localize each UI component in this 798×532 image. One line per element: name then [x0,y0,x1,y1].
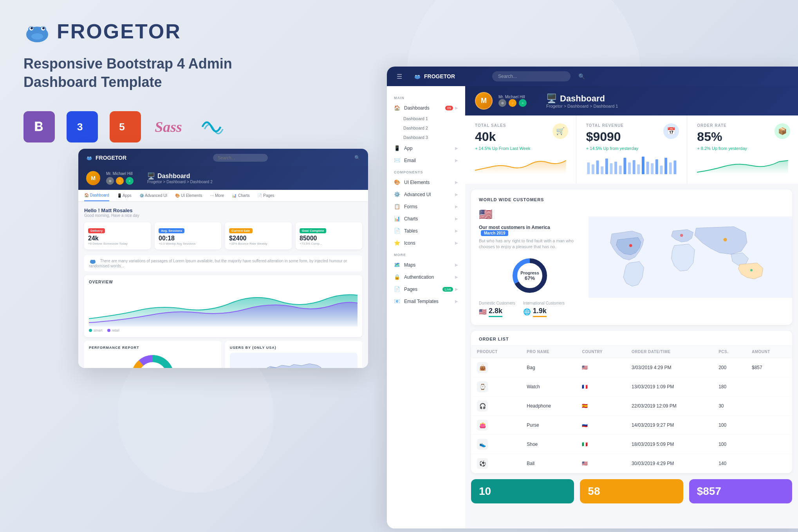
sidebar-section-components: COMPONENTS [387,166,465,176]
css-icon: 3 [67,111,98,142]
order-amount [746,454,792,473]
small-stat-goal: Goal Complete 85000 +73.5% Comp... [296,222,362,249]
col-product: Product [471,346,521,358]
world-badge: March 2019 [481,230,508,236]
order-date: 18/03/2019 5:09 PM [626,435,713,454]
tab-charts[interactable]: 📊 Charts [232,193,249,201]
marquee-bar: There are many variations of passages of… [84,255,362,271]
hamburger-icon[interactable]: ☰ [397,73,402,80]
sidebar-item-tables[interactable]: 📄 Tables ▶ [387,225,465,237]
sidebar-item-forms[interactable]: 📋 Forms ▶ [387,200,465,213]
stat-label-revenue: TOTAL REVENUE [586,123,677,128]
product-name: Purse [521,415,576,435]
frog-icon [23,21,51,42]
progress-value: 67% [525,275,535,281]
stat-label-sessions: +0.3 Weekly Avg Sessions [159,242,217,245]
curl-icon [196,111,227,142]
domestic-value: 🇺🇸 2.8k [479,307,515,317]
badge-delivery: Delivery [88,228,105,233]
tab-ui-elements[interactable]: 🎨 UI Elements [175,193,202,201]
sidebar-item-dashboard3[interactable]: Dashboard 3 [387,133,465,142]
chevron-icon-8: ▶ [455,229,458,233]
svg-rect-50 [673,161,676,174]
sidebar-item-charts[interactable]: 📊 Charts ▶ [387,213,465,225]
small-user-info: Mr. Michael Hill ⊖ ○ + [106,171,134,185]
icons-icon: ⭐ [394,240,400,246]
svg-rect-41 [632,160,635,174]
tab-advanced-ui[interactable]: ⚙️ Advanced UI [139,193,167,201]
email-templates-icon: 📧 [394,298,400,304]
advanced-ui-icon: ⚙️ [394,191,400,197]
sidebar-item-dashboard2[interactable]: Dashboard 2 [387,123,465,133]
product-country: 🇮🇹 [576,435,626,454]
sidebar-item-pages[interactable]: 📄 Pages Live ▶ [387,283,465,295]
users-by-usa-card: USERS BY (ONLY USA) [225,341,362,368]
brand-name: FROGETOR [57,20,181,43]
stat-total-revenue: TOTAL REVENUE $9090 + 14.5% Up from yest… [576,115,688,184]
order-amount [746,435,792,454]
chevron-icon-3: ▶ [455,158,458,162]
sidebar-item-ui-elements[interactable]: 🎨 UI Elements ▶ [387,176,465,188]
chevron-icon-4: ▶ [455,180,458,184]
sidebar-item-app[interactable]: 📱 App ▶ [387,142,465,154]
svg-rect-42 [637,164,640,174]
bottom-row: PERFORMANCE REPORT 75% Phone [84,341,362,368]
order-amount [746,377,792,396]
main-search-input[interactable] [492,71,571,81]
stat-icon-order: 📦 [775,123,790,139]
sidebar-item-maps[interactable]: 🗺️ Maps ▶ [387,259,465,271]
chart-legend: smart retail [89,328,357,332]
sidebar-item-authentication[interactable]: 🔒 Authentication ▶ [387,271,465,283]
sidebar-section-main: MAIN [387,92,465,102]
order-pcs: 100 [713,415,746,435]
international-value: 🌐 1.9k [523,307,565,317]
svg-point-16 [90,260,92,261]
badge-goal: Goal Complete [300,228,326,233]
chevron-icon-2: ▶ [455,146,458,150]
order-section: ORDER LIST Product Pro Name Country Orde… [471,331,792,473]
sidebar-item-dashboard1[interactable]: Dashboard 1 [387,114,465,123]
users-title: USERS BY (ONLY USA) [230,346,357,350]
ctrl-yellow[interactable]: ○ [509,99,516,107]
sidebar-item-email[interactable]: ✉️ Email ▶ [387,154,465,166]
world-map-svg [589,189,792,325]
sass-icon: Sass [153,111,184,142]
svg-point-29 [415,75,417,76]
small-stats-row: Delivery 24k +8 Deliver Someonde Today A… [84,222,362,249]
sidebar-item-dashboards[interactable]: 🏠 Dashboards 09 ▶ [387,102,465,114]
tab-pages[interactable]: 📄 Pages [257,193,274,201]
main-dash-logo: FROGETOR [414,73,484,79]
product-thumb: ⌚ [477,381,488,392]
tab-dashboard[interactable]: 🏠 Dashboard [84,193,109,201]
world-description: Our most customers in America March 2019 [479,225,581,236]
small-search-input[interactable] [213,154,268,162]
table-row: 🎧 Headphone 🇪🇸 22/03/2019 12:09 PM 30 [471,396,792,415]
small-user-name: Mr. Michael Hill [106,171,134,176]
svg-point-56 [724,238,727,242]
us-flag: 🇺🇸 [479,208,581,221]
chevron-icon-12: ▶ [455,287,458,291]
small-user-bar: M Mr. Michael Hill ⊖ ○ + 🖥️ Dashboard Fr… [78,166,368,190]
main-dashboard: ☰ FROGETOR 🔍 MAIN 🏠 Dashboards 09 ▶ Dash… [387,67,798,528]
col-country: Country [576,346,626,358]
ctrl-green[interactable]: + [519,99,527,107]
user-name-info: Mr. Michael Hill ⊖ ○ + [498,95,534,107]
tab-more[interactable]: ⋯ More [210,193,224,201]
order-pcs: 140 [713,454,746,473]
ctrl-gray[interactable]: ⊖ [498,99,506,107]
performance-card: PERFORMANCE REPORT 75% Phone [84,341,221,368]
sidebar-item-advanced-ui[interactable]: ⚙️ Advanced UI ▶ [387,188,465,200]
order-date: 30/03/2019 4:29 PM [626,454,713,473]
sidebar-item-email-templates[interactable]: 📧 Email Templates ▶ [387,295,465,307]
sidebar-item-icons[interactable]: ⭐ Icons ▶ [387,237,465,249]
small-main-content: M Mr. Michael Hill ⊖ ○ + 🖥️ Dashboard Fr… [78,166,368,368]
dashboards-icon: 🏠 [394,105,400,111]
tab-apps[interactable]: 📱 Apps [117,193,132,201]
small-stat-sessions: Avg. Sessions 00:18 +0.3 Weekly Avg Sess… [155,222,221,249]
stat-value-24k: 24k [88,235,147,242]
product-country: 🇫🇷 [576,377,626,396]
table-row: 👜 Bag 🇺🇸 3/03/2019 4:29 PM 200 $857 [471,358,792,377]
svg-rect-48 [664,158,667,174]
world-left: WORLD WIDE CUSTOMERS 🇺🇸 Our most custome… [471,189,589,325]
svg-rect-40 [628,162,631,174]
